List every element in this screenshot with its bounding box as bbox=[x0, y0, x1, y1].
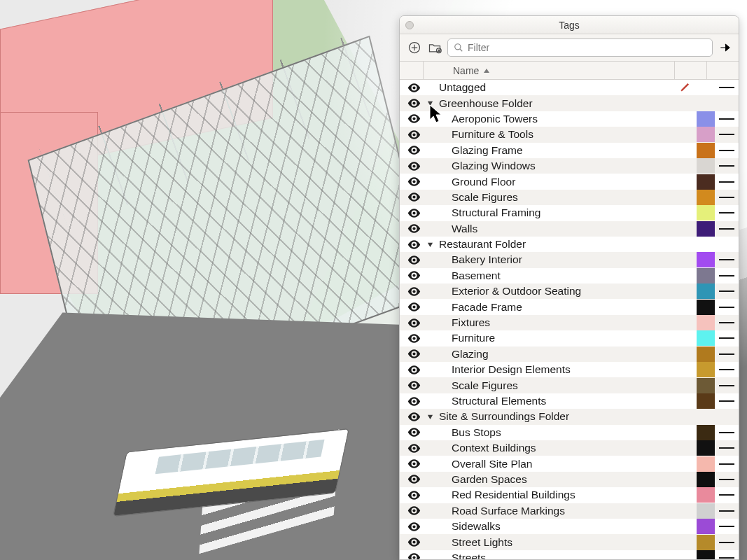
line-style-swatch[interactable] bbox=[718, 284, 736, 299]
tag-name[interactable]: Exterior & Outdoor Seating bbox=[435, 285, 697, 298]
tag-row[interactable]: Road Surface Markings bbox=[400, 503, 739, 519]
visibility-toggle[interactable] bbox=[403, 538, 425, 547]
visibility-toggle[interactable] bbox=[403, 381, 425, 390]
color-swatch[interactable] bbox=[697, 284, 715, 299]
color-swatch[interactable] bbox=[697, 425, 715, 440]
color-swatch[interactable] bbox=[697, 300, 715, 315]
visibility-toggle[interactable] bbox=[403, 459, 425, 468]
visibility-toggle[interactable] bbox=[403, 287, 425, 296]
filter-input[interactable] bbox=[468, 42, 706, 53]
color-swatch[interactable] bbox=[697, 362, 715, 377]
line-style-swatch[interactable] bbox=[718, 393, 736, 409]
tag-row[interactable]: Bus Stops bbox=[400, 425, 739, 440]
tag-name[interactable]: Bakery Interior bbox=[435, 253, 697, 266]
tag-row[interactable]: Structural Elements bbox=[400, 393, 739, 409]
line-style-swatch[interactable] bbox=[718, 503, 736, 519]
active-tag-pencil-icon[interactable] bbox=[680, 81, 692, 94]
visibility-toggle[interactable] bbox=[403, 491, 425, 500]
tag-row[interactable]: Streets bbox=[400, 550, 739, 559]
color-swatch[interactable] bbox=[697, 268, 715, 284]
tag-name[interactable]: Scale Figures bbox=[435, 191, 697, 204]
tag-name[interactable]: Street Lights bbox=[435, 536, 697, 549]
color-swatch[interactable] bbox=[697, 174, 715, 190]
visibility-toggle[interactable] bbox=[403, 114, 425, 123]
line-style-swatch[interactable] bbox=[718, 205, 736, 220]
visibility-toggle[interactable] bbox=[403, 83, 425, 92]
visibility-toggle[interactable] bbox=[403, 177, 425, 186]
visibility-toggle[interactable] bbox=[403, 209, 425, 218]
tag-row[interactable]: Furniture & Tools bbox=[400, 127, 739, 142]
line-style-swatch[interactable] bbox=[718, 362, 736, 377]
disclosure-triangle[interactable] bbox=[425, 100, 435, 106]
color-swatch[interactable] bbox=[697, 252, 715, 267]
tag-name[interactable]: Sidewalks bbox=[435, 520, 697, 533]
tag-row[interactable]: Red Residential Buildings bbox=[400, 487, 739, 503]
color-swatch[interactable] bbox=[697, 487, 715, 503]
tag-row[interactable]: Aeroponic Towers bbox=[400, 111, 739, 127]
tag-name[interactable]: Facade Frame bbox=[435, 301, 697, 314]
line-style-swatch[interactable] bbox=[718, 158, 736, 174]
line-style-swatch[interactable] bbox=[718, 127, 736, 142]
visibility-toggle[interactable] bbox=[403, 271, 425, 280]
tag-name[interactable]: Structural Framing bbox=[435, 206, 697, 219]
tag-name[interactable]: Furniture & Tools bbox=[435, 128, 697, 141]
visibility-toggle[interactable] bbox=[403, 334, 425, 343]
tag-name[interactable]: Garden Spaces bbox=[435, 473, 697, 486]
tag-name[interactable]: Restaurant Folder bbox=[435, 238, 697, 251]
tag-name[interactable]: Furniture bbox=[435, 332, 697, 344]
visibility-toggle[interactable] bbox=[403, 397, 425, 406]
line-style-swatch[interactable] bbox=[718, 300, 736, 315]
color-swatch[interactable] bbox=[697, 190, 715, 205]
line-style-swatch[interactable] bbox=[718, 268, 736, 284]
color-swatch[interactable] bbox=[697, 456, 715, 472]
add-tag-button[interactable] bbox=[407, 40, 422, 55]
tag-name[interactable]: Structural Elements bbox=[435, 395, 697, 407]
line-style-swatch[interactable] bbox=[718, 535, 736, 550]
line-style-swatch[interactable] bbox=[718, 456, 736, 472]
tag-name[interactable]: Road Surface Markings bbox=[435, 505, 697, 517]
tag-name[interactable]: Aeroponic Towers bbox=[435, 113, 697, 125]
line-style-swatch[interactable] bbox=[718, 472, 736, 487]
color-swatch[interactable] bbox=[697, 393, 715, 409]
color-swatch[interactable] bbox=[697, 221, 715, 237]
visibility-toggle[interactable] bbox=[403, 553, 425, 559]
tag-row[interactable]: Bakery Interior bbox=[400, 252, 739, 267]
line-style-swatch[interactable] bbox=[718, 111, 736, 127]
tag-name[interactable]: Untagged bbox=[435, 81, 680, 94]
visibility-toggle[interactable] bbox=[403, 192, 425, 202]
tag-row[interactable]: Glazing Frame bbox=[400, 143, 739, 158]
tag-row[interactable]: Ground Floor bbox=[400, 174, 739, 189]
visibility-toggle[interactable] bbox=[403, 318, 425, 328]
color-swatch[interactable] bbox=[697, 472, 715, 487]
tag-row[interactable]: Sidewalks bbox=[400, 519, 739, 534]
visibility-toggle[interactable] bbox=[403, 506, 425, 515]
color-swatch[interactable] bbox=[697, 330, 715, 346]
color-swatch[interactable] bbox=[697, 315, 715, 330]
visibility-toggle[interactable] bbox=[403, 224, 425, 233]
tag-name[interactable]: Greenhouse Folder bbox=[435, 97, 697, 110]
color-swatch[interactable] bbox=[697, 205, 715, 220]
color-swatch[interactable] bbox=[697, 127, 715, 142]
tag-name[interactable]: Bus Stops bbox=[435, 426, 697, 439]
tag-folder-row[interactable]: Restaurant Folder bbox=[400, 237, 739, 252]
tag-name[interactable]: Walls bbox=[435, 223, 697, 235]
disclosure-triangle[interactable] bbox=[425, 241, 435, 248]
visibility-toggle[interactable] bbox=[403, 130, 425, 139]
filter-search[interactable] bbox=[447, 38, 713, 57]
line-style-swatch[interactable] bbox=[718, 425, 736, 440]
tag-row[interactable]: Basement bbox=[400, 268, 739, 284]
tag-name[interactable]: Site & Surroundings Folder bbox=[435, 410, 697, 423]
visibility-toggle[interactable] bbox=[403, 99, 425, 108]
tag-name[interactable]: Interior Design Elements bbox=[435, 363, 697, 376]
tag-name[interactable]: Streets bbox=[435, 552, 697, 559]
tag-name[interactable]: Glazing bbox=[435, 348, 697, 360]
visibility-toggle[interactable] bbox=[403, 444, 425, 453]
tag-row[interactable]: Untagged bbox=[400, 80, 739, 95]
tag-row[interactable]: Interior Design Elements bbox=[400, 362, 739, 377]
tag-row[interactable]: Scale Figures bbox=[400, 190, 739, 205]
color-swatch[interactable] bbox=[697, 158, 715, 174]
color-swatch[interactable] bbox=[697, 143, 715, 158]
tag-folder-row[interactable]: Greenhouse Folder bbox=[400, 95, 739, 111]
visibility-toggle[interactable] bbox=[403, 522, 425, 531]
tag-row[interactable]: Glazing Windows bbox=[400, 158, 739, 174]
